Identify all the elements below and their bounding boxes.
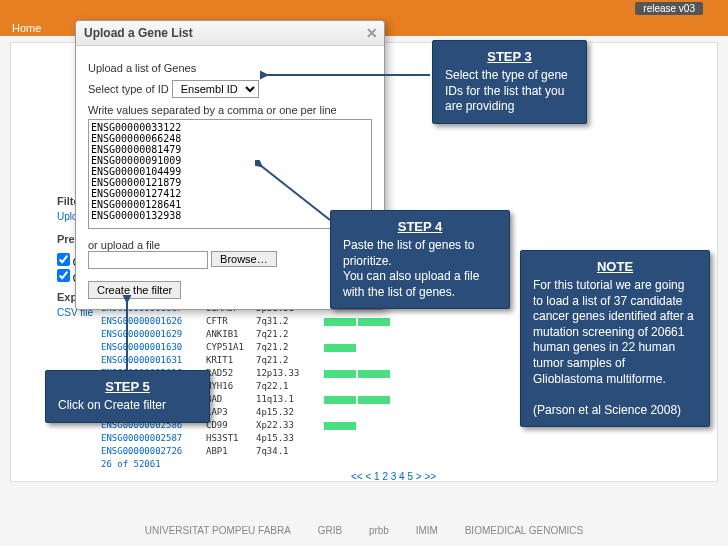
table-row[interactable]: ENSG00000001626CFTR7q31.2 — [101, 315, 390, 328]
table-row[interactable]: ENSG00000002726ABP17q34.1 — [101, 445, 390, 458]
step4-title: STEP 4 — [343, 219, 497, 234]
note-title: NOTE — [533, 259, 697, 274]
footer-prbb: prbb — [369, 525, 389, 536]
id-type-select[interactable]: Ensembl ID — [172, 80, 259, 98]
upload-genes-label: Upload a list of Genes — [88, 62, 372, 74]
table-row[interactable]: ENSG00000001630CYP51A17q21.2 — [101, 341, 390, 354]
step3-body: Select the type of gene IDs for the list… — [445, 68, 574, 115]
pager[interactable]: << < 1 2 3 4 5 > >> — [351, 471, 436, 482]
browse-button[interactable]: Browse… — [211, 251, 277, 267]
footer-imim: IMIM — [416, 525, 438, 536]
table-row[interactable]: ENSG00000001631KRIT17q21.2 — [101, 354, 390, 367]
step4-body: Paste the list of genes to prioritize.Yo… — [343, 238, 497, 300]
callout-note: NOTE For this tutorial we are going to l… — [520, 250, 710, 427]
ccp-checkbox[interactable] — [57, 269, 70, 282]
nav-home[interactable]: Home — [12, 22, 41, 34]
footer-grib: GRIB — [318, 525, 342, 536]
page-background: release v03 Home E T Genes Details Filte… — [0, 0, 728, 546]
footer-upf: UNIVERSITAT POMPEU FABRA — [145, 525, 291, 536]
step5-title: STEP 5 — [58, 379, 197, 394]
step5-body: Click on Create filter — [58, 398, 197, 414]
go-checkbox[interactable] — [57, 253, 70, 266]
dialog-title-bar: Upload a Gene List ✕ — [76, 21, 384, 46]
release-badge: release v03 — [635, 2, 703, 15]
note-body: For this tutorial we are going to load a… — [533, 278, 697, 418]
close-icon[interactable]: ✕ — [366, 25, 378, 41]
select-id-label: Select type of ID — [88, 83, 169, 95]
callout-step5: STEP 5 Click on Create filter — [45, 370, 210, 423]
file-path-input[interactable] — [88, 251, 208, 269]
file-label: or upload a file — [88, 239, 160, 251]
step3-title: STEP 3 — [445, 49, 574, 64]
create-filter-button[interactable]: Create the filter — [88, 281, 181, 299]
callout-step3: STEP 3 Select the type of gene IDs for t… — [432, 40, 587, 124]
table-row[interactable]: ENSG00000001629ANKIB17q21.2 — [101, 328, 390, 341]
textarea-label: Write values separated by a comma or one… — [88, 104, 372, 116]
callout-step4: STEP 4 Paste the list of genes to priori… — [330, 210, 510, 309]
header-bar: release v03 — [0, 0, 728, 20]
footer-bg: BIOMEDICAL GENOMICS — [465, 525, 584, 536]
dialog-title: Upload a Gene List — [84, 26, 193, 40]
table-footer-count: 26 of 52061 — [101, 458, 390, 471]
table-row[interactable]: ENSG00000002587HS3ST14p15.33 — [101, 432, 390, 445]
footer: UNIVERSITAT POMPEU FABRA GRIB prbb IMIM … — [0, 525, 728, 536]
